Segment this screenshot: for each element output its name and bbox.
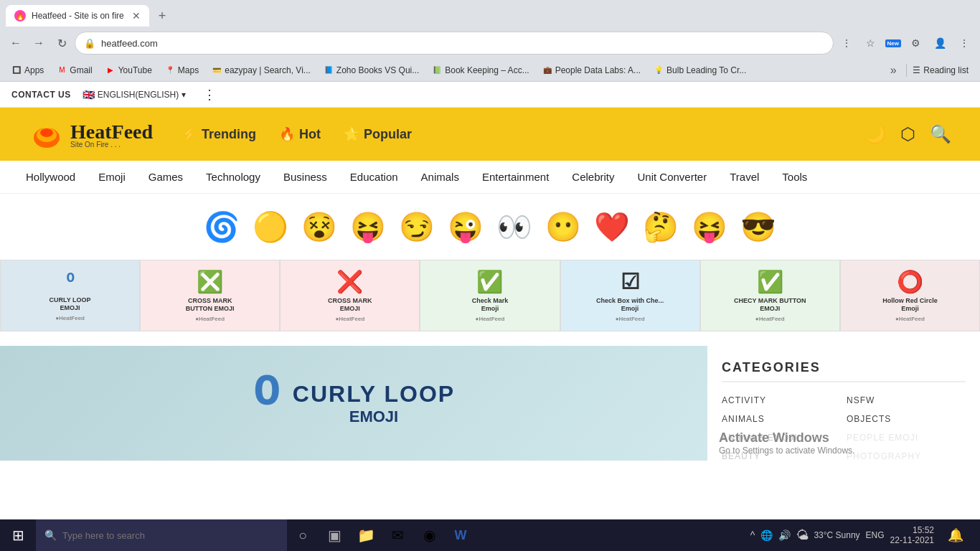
emoji-10[interactable]: 🤔 <box>641 207 681 247</box>
category-nsfw[interactable]: NSFW <box>847 394 966 407</box>
bookmark-eazypay[interactable]: 💳 eazypay | Search, Vi... <box>206 64 316 77</box>
card-hollow-red-circle[interactable]: ⭕ Hollow Red CircleEmoji ●HeatFeed <box>840 260 980 331</box>
active-tab[interactable]: 🔥 Heatfeed - Site is on fire ✕ <box>6 5 149 27</box>
reading-list-icon: ☰ <box>913 65 920 75</box>
bulb-favicon: 💡 <box>654 65 664 75</box>
nav-games[interactable]: Games <box>137 161 194 193</box>
taskbar-search-input[interactable] <box>62 530 278 541</box>
explorer-button[interactable]: 📁 <box>350 519 382 551</box>
back-button[interactable]: ← <box>6 33 26 53</box>
contact-us-link[interactable]: CONTACT US <box>11 90 71 100</box>
word-button[interactable]: W <box>445 519 476 551</box>
bookmark-maps[interactable]: 📍 Maps <box>159 64 204 77</box>
nav-popular[interactable]: ⭐ Popular <box>344 126 412 142</box>
share-button[interactable]: ⬡ <box>900 124 915 144</box>
logo-area[interactable]: HeatFeed Site On Fire . . . <box>29 116 153 152</box>
emoji-3[interactable]: 😵 <box>299 207 339 247</box>
emoji-8[interactable]: 😶 <box>543 207 583 247</box>
bookmark-bulb[interactable]: 💡 Bulb Leading To Cr... <box>648 64 752 77</box>
emoji-5[interactable]: 😏 <box>397 207 437 247</box>
tab-bar: 🔥 Heatfeed - Site is on fire ✕ + <box>0 0 980 27</box>
notification-button[interactable]: 🔔 <box>940 519 971 551</box>
emoji-4[interactable]: 😝 <box>348 207 388 247</box>
nav-celebrity[interactable]: Celebrity <box>560 161 626 193</box>
emoji-9[interactable]: ❤️ <box>592 207 632 247</box>
card-check-mark[interactable]: ✅ Check MarkEmoji ●HeatFeed <box>420 260 560 331</box>
flag-icon: 🇬🇧 <box>83 89 95 100</box>
nav-education[interactable]: Education <box>339 161 410 193</box>
featured-image[interactable]: ⁰ CURLY LOOP EMOJI <box>0 346 707 461</box>
bookmark-button[interactable]: ☆ <box>861 33 881 53</box>
nav-unit-converter[interactable]: Unit Converter <box>626 161 719 193</box>
nav-technology[interactable]: Technology <box>194 161 272 193</box>
taskview-button[interactable]: ▣ <box>319 519 350 551</box>
card-cross-mark-label: CROSS MARKEMOJI <box>328 297 372 313</box>
start-button[interactable]: ⊞ <box>0 519 36 551</box>
time-display: 15:52 <box>890 525 934 535</box>
tab-close-button[interactable]: ✕ <box>132 10 141 22</box>
show-hidden-button[interactable]: ^ <box>750 529 755 541</box>
bookmark-peopledata[interactable]: 💼 People Data Labs: A... <box>537 64 646 77</box>
main-header: HeatFeed Site On Fire . . . ⚡ Trending 🔥… <box>0 108 980 161</box>
search-button[interactable]: 🔍 <box>930 124 951 144</box>
nav-entertainment[interactable]: Entertainment <box>471 161 560 193</box>
bookmark-bookkeeping[interactable]: 📗 Book Keeping – Acc... <box>426 64 534 77</box>
hot-icon: 🔥 <box>279 126 295 142</box>
gmail-label: Gmail <box>70 65 92 75</box>
profile-button[interactable]: 👤 <box>930 33 950 53</box>
nav-hollywood[interactable]: Hollywood <box>14 161 87 193</box>
more-bookmarks-button[interactable]: » <box>883 60 903 80</box>
card-check-mark-btn-label: CHECY MARK BUTTONEMOJI <box>734 297 806 313</box>
emoji-6[interactable]: 😜 <box>446 207 486 247</box>
emoji-11[interactable]: 😝 <box>689 207 730 247</box>
volume-icon[interactable]: 🔊 <box>778 529 791 541</box>
emoji-12[interactable]: 😎 <box>738 207 778 247</box>
new-tab-button[interactable]: + <box>152 6 172 26</box>
card-check-box[interactable]: ☑ Check Box with Che...Emoji ●HeatFeed <box>560 260 700 331</box>
emoji-2[interactable]: 🟡 <box>250 207 291 247</box>
taskbar-search[interactable]: 🔍 <box>36 519 287 551</box>
card-hollow-red-circle-label: Hollow Red CircleEmoji <box>882 297 938 313</box>
nav-emoji[interactable]: Emoji <box>87 161 137 193</box>
emoji-7[interactable]: 👀 <box>494 207 534 247</box>
reading-list-button[interactable]: ☰ Reading list <box>906 64 974 77</box>
extensions-button[interactable]: ⋮ <box>837 33 857 53</box>
menu-button[interactable]: ⋮ <box>954 33 974 53</box>
bookmark-apps[interactable]: 🔲 Apps <box>6 64 50 77</box>
language-selector[interactable]: 🇬🇧 ENGLISH(ENGLISH) ▾ <box>83 89 186 100</box>
card-curly-loop[interactable]: ⁰ CURLY LOOPEMOJI ●HeatFeed <box>0 260 140 331</box>
youtube-favicon: ▶ <box>105 65 116 75</box>
category-activity[interactable]: ACTIVITY <box>722 394 841 407</box>
nav-trending[interactable]: ⚡ Trending <box>182 126 256 142</box>
popular-icon: ⭐ <box>344 126 359 142</box>
card-cross-mark[interactable]: ❌ CROSS MARKEMOJI ●HeatFeed <box>280 260 420 331</box>
card-curly-label: CURLY LOOPEMOJI <box>50 296 91 312</box>
bookmark-youtube[interactable]: ▶ YouTube <box>100 64 158 77</box>
chrome-button[interactable]: ◉ <box>413 519 445 551</box>
nav-tools[interactable]: Tools <box>771 161 819 193</box>
refresh-button[interactable]: ↻ <box>52 33 72 53</box>
forward-button[interactable]: → <box>29 33 49 53</box>
bookmark-gmail[interactable]: M Gmail <box>51 64 98 77</box>
bookmarks-more: » ☰ Reading list <box>883 60 974 80</box>
bookmark-zoho[interactable]: 📘 Zoho Books VS Qui... <box>318 64 425 77</box>
dark-mode-button[interactable]: 🌙 <box>864 124 886 144</box>
card-cross-mark-button[interactable]: ❎ CROSS MARKBUTTON EMOJI ●HeatFeed <box>140 260 280 331</box>
address-bar[interactable]: 🔒 heatfeed.com <box>75 32 834 55</box>
nav-hot[interactable]: 🔥 Hot <box>279 126 321 142</box>
nav-travel[interactable]: Travel <box>718 161 771 193</box>
more-options-button[interactable]: ⋮ <box>203 87 216 103</box>
header-actions: 🌙 ⬡ 🔍 <box>864 124 951 144</box>
emoji-1[interactable]: 🌀 <box>202 207 242 247</box>
featured-subtitle: EMOJI <box>293 408 455 426</box>
cortana-button[interactable]: ○ <box>287 519 319 551</box>
card-check-mark-button[interactable]: ✅ CHECY MARK BUTTONEMOJI ●HeatFeed <box>700 260 840 331</box>
taskbar: ⊞ 🔍 ○ ▣ 📁 ✉ ◉ W ^ 🌐 🔊 🌤 33°C Sunn <box>0 519 980 551</box>
date-display: 22-11-2021 <box>890 535 934 545</box>
nav-animals[interactable]: Animals <box>410 161 471 193</box>
mail-button[interactable]: ✉ <box>382 519 413 551</box>
activate-sub: Go to Settings to activate Windows. <box>719 446 969 456</box>
settings-button[interactable]: ⚙ <box>905 33 925 53</box>
nav-business[interactable]: Business <box>272 161 339 193</box>
card-cross-mark-btn-label: CROSS MARKBUTTON EMOJI <box>186 297 235 313</box>
